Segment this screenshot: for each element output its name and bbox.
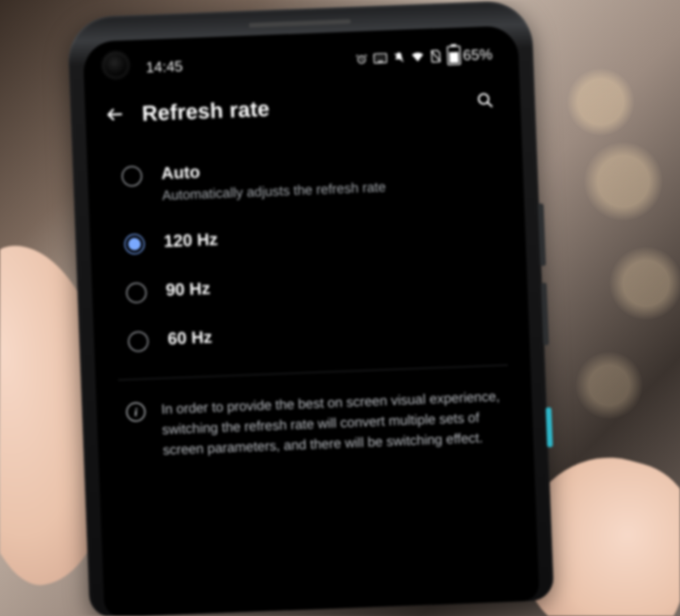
svg-point-0 <box>358 56 365 63</box>
no-sim-icon <box>430 49 442 63</box>
option-auto[interactable]: Auto Automatically adjusts the refresh r… <box>87 136 524 221</box>
option-label: 120 Hz <box>164 230 218 252</box>
status-bar: 14:45 <box>83 41 519 82</box>
volume-down-button[interactable] <box>541 283 549 345</box>
option-label: 90 Hz <box>165 279 211 300</box>
radio-icon <box>121 165 142 186</box>
option-60hz[interactable]: 60 Hz <box>93 302 530 367</box>
power-button[interactable] <box>546 407 553 447</box>
silent-icon <box>393 51 406 64</box>
battery-icon <box>447 46 461 66</box>
alarm-icon <box>355 53 368 66</box>
earpiece-speaker <box>249 19 351 28</box>
app-toolbar: Refresh rate <box>84 80 521 135</box>
phone-device: 14:45 <box>67 0 554 616</box>
keyboard-icon <box>373 53 388 63</box>
volume-up-button[interactable] <box>538 203 546 266</box>
info-note-row: In order to provide the best on screen v… <box>96 365 534 463</box>
battery-percent: 65% <box>462 45 492 64</box>
info-icon <box>126 402 146 422</box>
back-arrow-icon <box>105 104 125 124</box>
radio-icon <box>128 331 148 352</box>
front-camera <box>102 52 129 79</box>
section-divider <box>118 365 508 380</box>
radio-icon-selected <box>124 234 145 255</box>
option-label: Auto <box>161 155 385 183</box>
refresh-rate-options: Auto Automatically adjusts the refresh r… <box>87 136 533 462</box>
wifi-icon <box>411 51 425 63</box>
page-title: Refresh rate <box>142 89 458 125</box>
option-label: 60 Hz <box>167 328 212 349</box>
search-icon <box>477 91 494 109</box>
option-subtitle: Automatically adjusts the refresh rate <box>162 178 386 205</box>
svg-point-2 <box>478 94 488 104</box>
radio-icon <box>126 282 147 303</box>
option-90hz[interactable]: 90 Hz <box>91 253 528 318</box>
search-button[interactable] <box>472 87 498 113</box>
status-time: 14:45 <box>146 57 183 76</box>
info-note-text: In order to provide the best on screen v… <box>161 386 505 460</box>
back-button[interactable] <box>102 101 128 128</box>
svg-rect-1 <box>374 54 387 63</box>
phone-screen: 14:45 <box>83 26 539 616</box>
battery-indicator: 65% <box>447 44 492 65</box>
option-120hz[interactable]: 120 Hz <box>90 205 526 270</box>
